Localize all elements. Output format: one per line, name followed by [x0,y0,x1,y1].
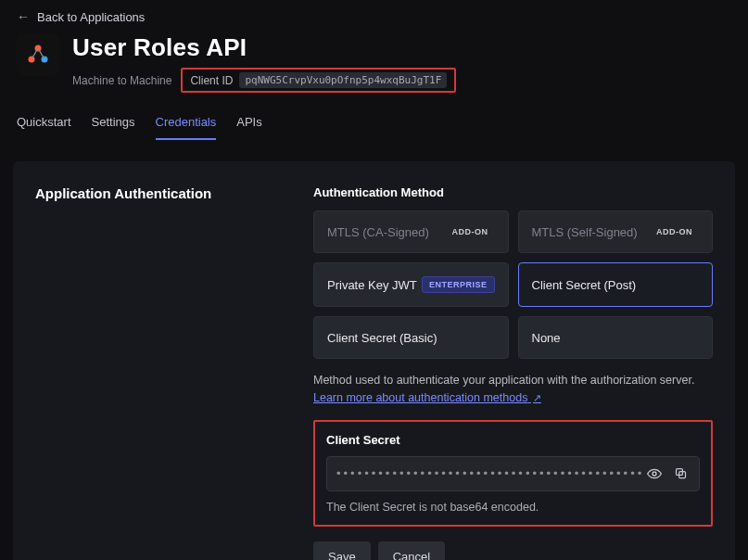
enterprise-badge: ENTERPRISE [422,276,495,293]
learn-more-label: Learn more about authentication methods [313,391,527,404]
auth-method-label: Authentication Method [313,185,713,199]
addon-badge: ADD-ON [650,224,699,239]
reveal-secret-button[interactable] [641,461,667,487]
panel-heading: Application Authentication [35,185,276,201]
learn-more-link[interactable]: Learn more about authentication methods … [313,391,541,404]
tab-credentials[interactable]: Credentials [156,115,217,140]
method-mtls-ca[interactable]: MTLS (CA-Signed) ADD-ON [313,210,509,253]
method-label: Client Secret (Post) [532,278,637,292]
method-none[interactable]: None [518,316,714,359]
helper-text: Method used to authenticate your applica… [313,374,694,387]
method-label: None [532,331,561,345]
client-secret-note: The Client Secret is not base64 encoded. [326,501,700,514]
method-private-key-jwt[interactable]: Private Key JWT ENTERPRISE [313,262,509,307]
tab-quickstart[interactable]: Quickstart [17,115,71,140]
tab-settings[interactable]: Settings [92,115,135,140]
credentials-panel: Application Authentication Authenticatio… [13,161,735,560]
method-label: Private Key JWT [327,278,417,292]
client-secret-row [326,456,700,491]
copy-icon [674,466,688,480]
cancel-button[interactable]: Cancel [378,541,445,561]
svg-line-3 [32,48,38,59]
method-client-secret-basic[interactable]: Client Secret (Basic) [313,316,509,359]
method-label: MTLS (CA-Signed) [327,225,429,239]
method-client-secret-post[interactable]: Client Secret (Post) [518,262,714,307]
app-header: User Roles API Machine to Machine Client… [0,33,748,98]
tab-apis[interactable]: APIs [236,115,261,140]
external-link-icon: ↗ [533,392,541,403]
arrow-left-icon: ← [17,9,30,24]
auth-method-helper: Method used to authenticate your applica… [313,372,713,407]
client-secret-block: Client Secret The Client Secret is not b… [313,420,713,527]
method-label: MTLS (Self-Signed) [532,225,638,239]
app-type-label: Machine to Machine [72,74,171,87]
method-mtls-self[interactable]: MTLS (Self-Signed) ADD-ON [518,210,714,253]
save-button[interactable]: Save [313,541,371,561]
back-to-applications-link[interactable]: ← Back to Applications [0,0,161,33]
eye-icon [647,466,662,481]
copy-secret-button[interactable] [667,461,693,487]
tab-bar: Quickstart Settings Credentials APIs [0,98,748,141]
action-buttons: Save Cancel [313,541,713,561]
addon-badge: ADD-ON [446,224,495,239]
method-label: Client Secret (Basic) [327,331,437,345]
client-secret-label: Client Secret [326,433,700,447]
client-secret-input[interactable] [336,466,641,480]
auth-method-grid: MTLS (CA-Signed) ADD-ON MTLS (Self-Signe… [313,210,713,359]
client-id-label: Client ID [190,74,233,87]
back-link-label: Back to Applications [37,10,145,24]
page-title: User Roles API [72,33,456,62]
app-icon [17,33,59,76]
app-logo-icon [24,41,52,69]
svg-point-5 [653,472,656,476]
svg-line-4 [38,48,44,59]
client-id-value[interactable]: pqNWG5CrvpVxu0pOfnp5p4wxqBuJgT1F [239,72,447,88]
client-id-box: Client ID pqNWG5CrvpVxu0pOfnp5p4wxqBuJgT… [181,68,456,93]
